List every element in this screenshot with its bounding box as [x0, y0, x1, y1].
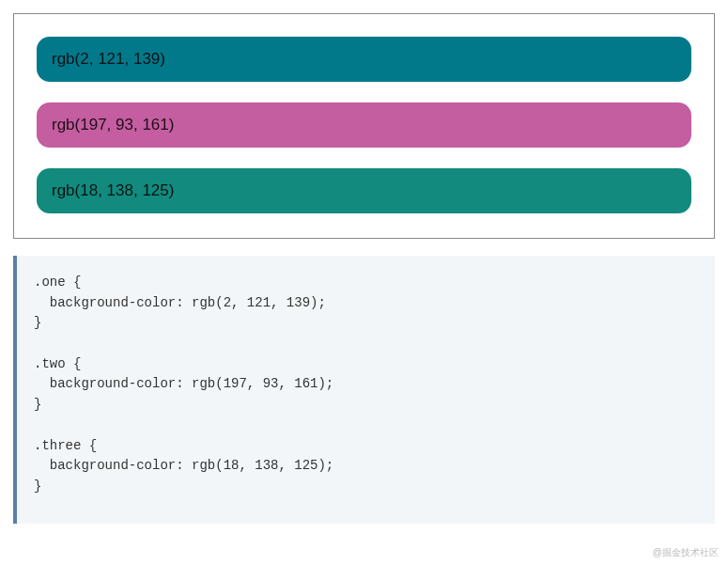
- color-box-label: rgb(197, 93, 161): [52, 116, 174, 133]
- color-box-label: rgb(18, 138, 125): [52, 181, 174, 199]
- color-box-one: rgb(2, 121, 139): [37, 37, 691, 82]
- color-box-two: rgb(197, 93, 161): [37, 102, 691, 148]
- color-box-label: rgb(2, 121, 139): [52, 50, 165, 68]
- css-code-block: .one { background-color: rgb(2, 121, 139…: [13, 256, 715, 524]
- color-demo-container: rgb(2, 121, 139) rgb(197, 93, 161) rgb(1…: [13, 13, 715, 239]
- watermark-text: @掘金技术社区: [653, 546, 719, 559]
- color-box-three: rgb(18, 138, 125): [37, 168, 691, 213]
